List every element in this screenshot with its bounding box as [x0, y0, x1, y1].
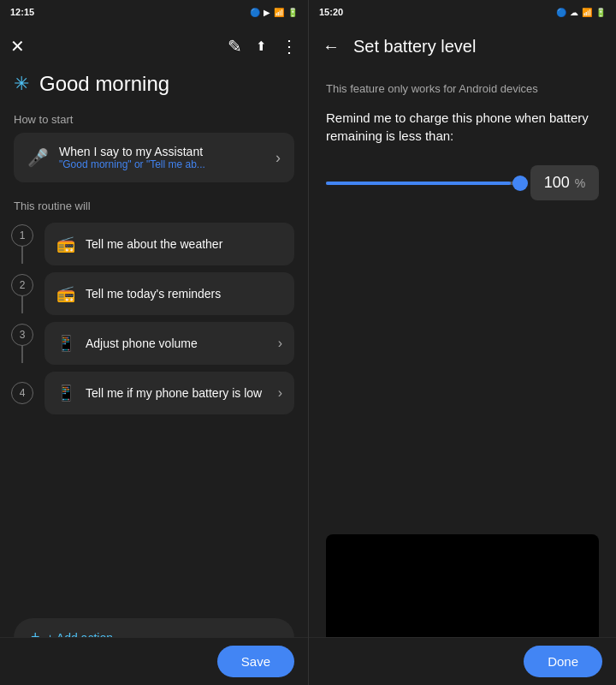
trigger-subtitle: "Good morning" or "Tell me ab...: [59, 158, 265, 170]
radio-icon-2: 📻: [56, 284, 75, 303]
action-card-2[interactable]: 📻 Tell me today's reminders: [44, 272, 294, 315]
back-icon[interactable]: ←: [323, 37, 340, 57]
info-text: This feature only works for Android devi…: [326, 82, 599, 95]
trigger-text-wrap: When I say to my Assistant "Good morning…: [59, 145, 265, 170]
slider-row: 100 %: [326, 165, 599, 200]
step-col-3: 3: [7, 324, 38, 363]
sparkle-icon: ✳: [14, 73, 29, 95]
top-actions: ✎ ⬆ ⋮: [228, 36, 298, 57]
save-button[interactable]: Save: [217, 646, 294, 677]
right-bottom-bar: Done: [309, 637, 616, 685]
action-row-2: 2 📻 Tell me today's reminders: [0, 269, 308, 319]
step-col-1: 1: [7, 224, 38, 264]
phone-icon-4: 📱: [56, 384, 75, 402]
action-row-4: 4 📱 Tell me if my phone battery is low ›: [0, 368, 308, 418]
done-button[interactable]: Done: [524, 646, 602, 677]
value-box: 100 %: [530, 165, 599, 200]
action-row-1: 1 📻 Tell me about the weather: [0, 219, 308, 269]
step-col-4: 4: [7, 382, 38, 404]
action-text-4: Tell me if my phone battery is low: [86, 385, 268, 401]
routine-title-row: ✳ Good morning: [0, 68, 308, 106]
action-text-1: Tell me about the weather: [86, 236, 282, 252]
share-icon[interactable]: ⬆: [256, 39, 267, 54]
radio-icon-1: 📻: [56, 235, 75, 253]
action-card-3[interactable]: 📱 Adjust phone volume ›: [44, 322, 294, 365]
left-panel: 12:15 🔵 ▶ 📶 🔋 ✕ ✎ ⬆ ⋮ ✳ Good morning How…: [0, 0, 308, 685]
slider-thumb[interactable]: [512, 176, 528, 191]
action-text-3: Adjust phone volume: [86, 336, 268, 351]
step-circle-3: 3: [11, 324, 33, 346]
step-circle-2: 2: [11, 274, 33, 296]
close-icon[interactable]: ✕: [10, 36, 25, 57]
slider-value: 100: [544, 174, 570, 192]
step-line-1: [21, 247, 23, 264]
slider-unit: %: [575, 176, 585, 190]
trigger-chevron-icon: ›: [275, 149, 281, 167]
step-line-3: [21, 346, 23, 363]
edit-icon[interactable]: ✎: [228, 36, 242, 57]
this-routine-label: This routine will: [0, 196, 308, 219]
slider-fill: [326, 182, 511, 185]
action-text-2: Tell me today's reminders: [86, 286, 282, 301]
right-top-bar: ← Set battery level: [309, 24, 616, 68]
step-line-2: [21, 296, 23, 313]
action-card-4[interactable]: 📱 Tell me if my phone battery is low ›: [44, 372, 294, 414]
slider-track[interactable]: [326, 182, 520, 185]
actions-list: 1 📻 Tell me about the weather 2 📻 Tell m…: [0, 219, 308, 610]
trigger-card[interactable]: 🎤 When I say to my Assistant "Good morni…: [14, 133, 294, 182]
how-to-start-label: How to start: [0, 106, 308, 133]
right-status-icons: 🔵 ☁ 📶 🔋: [556, 8, 606, 17]
left-status-icons: 🔵 ▶ 📶 🔋: [250, 8, 298, 17]
left-top-bar: ✕ ✎ ⬆ ⋮: [0, 24, 308, 68]
left-bottom-bar: Save: [0, 637, 308, 685]
remind-text: Remind me to charge this phone when batt…: [326, 109, 599, 145]
left-status-bar: 12:15 🔵 ▶ 📶 🔋: [0, 0, 308, 24]
step-circle-1: 1: [11, 224, 33, 247]
left-time: 12:15: [10, 7, 34, 17]
action-card-1[interactable]: 📻 Tell me about the weather: [44, 223, 294, 265]
right-content: This feature only works for Android devi…: [309, 68, 616, 685]
trigger-title: When I say to my Assistant: [59, 145, 265, 158]
more-icon[interactable]: ⋮: [281, 36, 298, 57]
action-row-3: 3 📱 Adjust phone volume ›: [0, 319, 308, 368]
step-col-2: 2: [7, 274, 38, 313]
chevron-icon-3: ›: [278, 336, 282, 351]
chevron-icon-4: ›: [278, 385, 282, 401]
routine-title: Good morning: [39, 72, 169, 96]
right-status-bar: 15:20 🔵 ☁ 📶 🔋: [309, 0, 616, 24]
right-panel: 15:20 🔵 ☁ 📶 🔋 ← Set battery level This f…: [308, 0, 616, 685]
phone-icon-3: 📱: [56, 334, 75, 353]
right-title: Set battery level: [353, 37, 476, 57]
right-time: 15:20: [319, 7, 343, 17]
step-circle-4: 4: [11, 382, 33, 404]
mic-icon: 🎤: [27, 147, 49, 168]
